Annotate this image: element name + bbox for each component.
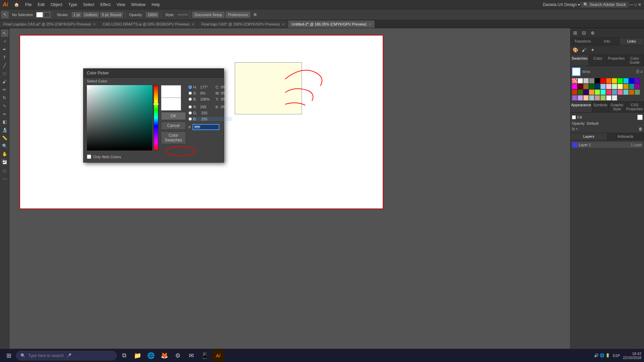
swatch-light-purple[interactable] (578, 95, 583, 101)
tab-1[interactable]: CAS LOGO DRAFTS.ai @ 50% (RGB/GPU Previe… (99, 20, 198, 28)
gradient-tool[interactable]: ◧ (1, 118, 8, 125)
mail-icon[interactable]: ✉ (185, 350, 197, 362)
swatch-hot-pink[interactable] (618, 89, 623, 95)
taskbar-search[interactable]: 🔍 Type here to search 🎤 (16, 351, 117, 360)
tab-2-close[interactable]: ✕ (282, 22, 284, 26)
swatch-cyan[interactable] (623, 78, 629, 83)
swatch-sage[interactable] (635, 89, 640, 95)
menu-type[interactable]: Type (66, 2, 80, 8)
swatch-powder-blue[interactable] (589, 95, 594, 101)
swatch-black[interactable] (595, 78, 600, 83)
edge-icon[interactable]: 🌐 (145, 350, 157, 362)
swatch-steel-blue[interactable] (612, 89, 617, 95)
swatch-red[interactable] (600, 78, 606, 83)
links-tab[interactable]: Links (620, 38, 644, 45)
fill-color-swatch[interactable] (637, 115, 643, 120)
menu-home-icon[interactable]: 🏠 (11, 2, 22, 8)
swatch-amber[interactable] (589, 89, 594, 95)
tab-1-close[interactable]: ✕ (192, 22, 194, 26)
r-radio[interactable] (189, 105, 192, 109)
swatch-dark-purple[interactable] (635, 84, 640, 89)
artboards-tab[interactable]: Artboards (607, 133, 644, 140)
menu-file[interactable]: File (22, 2, 34, 8)
swatch-light-gray[interactable] (583, 78, 589, 83)
swatch-lavender[interactable] (572, 95, 577, 101)
direct-selection-tool[interactable]: ↗ (1, 38, 8, 45)
select-tool-btn[interactable]: ↖ (1, 11, 9, 18)
swatch-gray[interactable] (589, 78, 594, 83)
fill-color-box[interactable] (36, 12, 43, 17)
zoom-tool[interactable]: 🔍 (1, 142, 8, 149)
cancel-button[interactable]: Cancel (161, 122, 186, 130)
swatch-mint[interactable] (600, 89, 606, 95)
color-gradient-picker[interactable] (87, 85, 152, 150)
swatch-dark-green[interactable] (589, 84, 594, 89)
menu-effect[interactable]: Effect (98, 2, 113, 8)
h-radio[interactable] (189, 85, 192, 89)
swatch-navy[interactable] (595, 84, 600, 89)
hand-tool[interactable]: ✋ (1, 150, 8, 158)
symbols-tab[interactable]: Symbols (592, 102, 609, 112)
graphic-style-tab[interactable]: Graphic Style (609, 102, 626, 112)
appearance-fx-icon[interactable]: fx (572, 127, 575, 131)
swatch-green[interactable] (618, 78, 623, 83)
language-indicator[interactable]: ESP (613, 354, 620, 358)
shape-tool[interactable]: □ (1, 70, 8, 77)
transform-tab[interactable]: Transform (571, 38, 595, 45)
b-radio[interactable] (189, 98, 192, 101)
tab-2[interactable]: Final logo CAS* @ 100% (CMYK/GPU Preview… (198, 20, 288, 28)
swatch-white[interactable] (578, 78, 583, 83)
tab-0[interactable]: Final Logotipo CAS.ai* @ 25% (CMYK/GPU P… (0, 20, 99, 28)
properties-tab[interactable]: Properties (607, 55, 626, 66)
swatch-list-btn[interactable]: ≡ (640, 69, 643, 74)
tab-3[interactable]: Untitled-2* @ 186.35% (CMYK/GPU Preview)… (288, 20, 375, 28)
g-radio[interactable] (189, 111, 192, 115)
swatch-light-blue[interactable] (600, 84, 606, 89)
swatch-peach[interactable] (583, 95, 589, 101)
menu-help[interactable]: Help (149, 2, 163, 8)
menu-view[interactable]: View (114, 2, 128, 8)
swatch-menu-btn[interactable]: ☰ (636, 69, 640, 74)
swatch-indigo[interactable] (583, 89, 589, 95)
swatch-yellow[interactable] (612, 78, 617, 83)
swatches-tab[interactable]: Swatches (571, 55, 589, 66)
settings-icon[interactable]: ⚙ (172, 350, 184, 362)
menu-select[interactable]: Select (80, 2, 97, 8)
hue-slider[interactable] (154, 85, 158, 150)
stroke-weight[interactable]: 1 pt (72, 12, 81, 17)
swatch-purple[interactable] (635, 78, 640, 83)
measure-tool[interactable]: 📏 (1, 134, 8, 141)
menu-window[interactable]: Window (128, 2, 148, 8)
active-swatch[interactable] (572, 67, 581, 76)
swatch-orange[interactable] (606, 78, 611, 83)
tab-0-close[interactable]: ✕ (93, 22, 96, 26)
opacity-value[interactable]: 100% (146, 12, 159, 17)
transform-icon[interactable]: ⊞ (252, 12, 259, 17)
only-web-colors-checkbox[interactable] (87, 155, 91, 159)
scale-tool[interactable]: ⤡ (1, 102, 8, 109)
swatch-dark-red[interactable] (572, 89, 577, 95)
preferences-btn[interactable]: Preferences (226, 12, 250, 18)
swatch-teal[interactable] (629, 84, 634, 89)
transform-panel-icon[interactable]: ⊞ (571, 29, 579, 37)
stroke-color-box[interactable] (44, 12, 50, 17)
swatch-off-white[interactable] (612, 95, 617, 101)
canvas-area[interactable]: Color Picker Select Color: (9, 28, 570, 362)
type-tool[interactable]: T (1, 54, 8, 61)
appearance-add-icon[interactable]: + (576, 127, 578, 131)
swatch-dusty-rose[interactable] (595, 95, 600, 101)
stroke-style-select[interactable]: Uniform (83, 12, 99, 17)
swatch-magenta[interactable] (572, 84, 577, 89)
start-button[interactable]: ⊞ (3, 350, 15, 362)
paintbrush-tool[interactable]: 🖌 (1, 78, 8, 85)
ok-button[interactable]: OK (161, 112, 186, 120)
swatch-white-2[interactable] (606, 95, 611, 101)
swatch-none[interactable] (572, 78, 577, 83)
phone-icon[interactable]: 📱 (199, 350, 211, 362)
swatches-icon[interactable]: 🎨 (571, 46, 579, 54)
blend-tool[interactable]: ∞ (1, 110, 8, 117)
layers-tab[interactable]: Layers (571, 133, 607, 140)
color-tab[interactable]: Color (589, 55, 607, 66)
fill-stroke-boxes[interactable] (1, 159, 8, 166)
swatch-blue[interactable] (629, 78, 634, 83)
